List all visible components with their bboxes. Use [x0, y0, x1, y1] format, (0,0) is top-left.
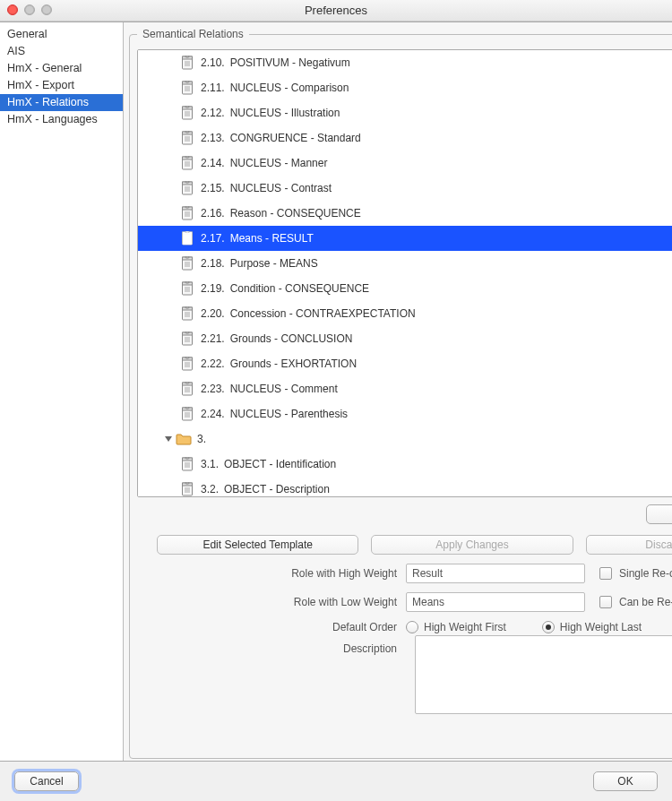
window-titlebar: Preferences [0, 0, 672, 22]
role-low-weight-input[interactable] [406, 592, 585, 612]
default-order-label: Default Order [137, 621, 406, 633]
row-number: 2.23. [201, 383, 225, 395]
high-weight-first-radio[interactable] [406, 621, 418, 633]
relation-row[interactable]: 2.22.Grounds - EXHORTATION [138, 351, 672, 376]
row-label: NUCLEUS - Illustration [230, 107, 672, 119]
high-weight-first-label: High Weight First [424, 621, 506, 633]
svg-rect-38 [185, 206, 189, 208]
relation-row[interactable]: 3.1.OBJECT - Identification [138, 452, 672, 477]
relation-row[interactable]: 2.18.Purpose - MEANS [138, 251, 672, 276]
can-reoccurring-label: Can be Re-occurring [619, 596, 672, 608]
disclosure-triangle-icon[interactable] [165, 436, 172, 442]
minimize-window-icon [24, 4, 35, 15]
relations-list[interactable]: 2.10.POSITIVUM - Negativum2.11.NUCLEUS -… [137, 49, 672, 497]
cancel-button[interactable]: Cancel [14, 771, 79, 791]
svg-rect-14 [185, 106, 189, 108]
preferences-sidebar: GeneralAISHmX - GeneralHmX - ExportHmX -… [0, 22, 124, 761]
sidebar-item[interactable]: HmX - Languages [0, 111, 123, 128]
can-reoccurring-checkbox[interactable] [599, 596, 612, 608]
relation-row[interactable]: 2.10.POSITIVUM - Negativum [138, 50, 672, 75]
relation-row[interactable]: 2.20.Concession - CONTRAEXPECTATION [138, 301, 672, 326]
row-number: 2.18. [201, 257, 225, 270]
svg-rect-62 [185, 306, 189, 308]
high-weight-last-label: High Weight Last [560, 621, 642, 633]
group-legend: Semantical Relations [137, 28, 249, 40]
row-number: 2.15. [201, 182, 225, 194]
row-label: OBJECT - Description [224, 483, 672, 495]
edit-selected-template-button[interactable]: Edit Selected Template [157, 535, 358, 555]
row-number: 2.24. [201, 408, 225, 420]
document-icon [181, 407, 194, 421]
sidebar-item[interactable]: HmX - General [0, 60, 123, 77]
relation-row[interactable]: 2.11.NUCLEUS - Comparison [138, 75, 672, 100]
row-label: NUCLEUS - Contrast [230, 182, 672, 194]
relation-row[interactable]: 3.2.OBJECT - Description [138, 477, 672, 497]
document-icon [181, 181, 194, 195]
apply-changes-button[interactable]: Apply Changes [371, 535, 573, 555]
row-number: 2.14. [201, 157, 225, 169]
role-high-weight-input[interactable] [406, 564, 585, 583]
dialog-footer: Cancel OK [0, 762, 672, 801]
single-reoccurring-label: Single Re-occurring Role [619, 567, 672, 580]
svg-rect-20 [185, 131, 189, 133]
svg-rect-8 [185, 81, 189, 82]
row-number: 2.22. [201, 357, 225, 370]
relation-row[interactable]: 2.12.NUCLEUS - Illustration [138, 100, 672, 125]
row-label: Means - RESULT [230, 232, 672, 245]
sidebar-item[interactable]: AIS [0, 43, 123, 60]
svg-rect-86 [185, 407, 189, 409]
close-window-icon[interactable] [7, 4, 18, 15]
sidebar-item[interactable]: HmX - Export [0, 77, 123, 94]
discard-changes-button[interactable]: Discard Changes [586, 535, 672, 555]
ok-button[interactable]: OK [593, 771, 658, 791]
row-number: 2.12. [201, 107, 225, 119]
document-icon [181, 81, 194, 95]
svg-rect-95 [185, 457, 189, 459]
relation-row[interactable]: 2.23.NUCLEUS - Comment [138, 376, 672, 401]
relation-group-row[interactable]: 3. [138, 426, 672, 452]
document-icon [181, 382, 194, 396]
document-icon [181, 206, 194, 220]
svg-rect-32 [185, 181, 189, 183]
row-number: 2.19. [201, 282, 225, 295]
svg-rect-26 [185, 156, 189, 158]
row-number: 3.1. [201, 458, 219, 470]
row-number: 2.17. [201, 232, 225, 245]
svg-rect-56 [185, 281, 189, 283]
semantical-relations-group: Semantical Relations 2.10.POSITIVUM - Ne… [129, 28, 672, 759]
row-label: Condition - CONSEQUENCE [230, 282, 672, 295]
document-icon [181, 231, 194, 245]
relation-row[interactable]: 2.15.NUCLEUS - Contrast [138, 176, 672, 201]
document-icon [181, 457, 194, 471]
sidebar-item[interactable]: HmX - Relations [0, 94, 123, 111]
relation-row[interactable]: 2.13.CONGRUENCE - Standard [138, 125, 672, 151]
document-icon [181, 482, 194, 496]
row-number: 2.20. [201, 307, 225, 320]
row-label: NUCLEUS - Comment [230, 383, 672, 395]
description-textarea[interactable] [415, 635, 672, 714]
high-weight-last-radio[interactable] [542, 621, 555, 633]
document-icon [181, 56, 194, 70]
row-label: POSITIVUM - Negativum [230, 56, 672, 69]
relation-row[interactable]: 2.17.Means - RESULT [138, 226, 672, 251]
folder-icon [176, 433, 192, 445]
row-label: Grounds - EXHORTATION [230, 357, 672, 370]
sidebar-item[interactable]: General [0, 26, 123, 43]
relation-row[interactable]: 2.21.Grounds - CONCLUSION [138, 326, 672, 351]
row-label: Concession - CONTRAEXPECTATION [230, 307, 672, 320]
svg-rect-44 [185, 231, 189, 233]
row-label: CONGRUENCE - Standard [230, 132, 672, 144]
relation-row[interactable]: 2.14.NUCLEUS - Manner [138, 151, 672, 176]
svg-rect-68 [185, 332, 189, 333]
role-high-weight-label: Role with High Weight [137, 567, 406, 580]
relation-row[interactable]: 2.24.NUCLEUS - Parenthesis [138, 401, 672, 426]
relation-row[interactable]: 2.16.Reason - CONSEQUENCE [138, 201, 672, 226]
single-reoccurring-checkbox[interactable] [599, 567, 612, 580]
row-label: NUCLEUS - Comparison [230, 82, 672, 94]
row-number: 2.10. [201, 56, 225, 69]
row-label: Reason - CONSEQUENCE [230, 207, 672, 220]
description-label: Description [137, 642, 406, 655]
relation-row[interactable]: 2.19.Condition - CONSEQUENCE [138, 276, 672, 301]
row-number: 2.21. [201, 332, 225, 345]
add-group-button[interactable]: Add Group [646, 504, 672, 524]
